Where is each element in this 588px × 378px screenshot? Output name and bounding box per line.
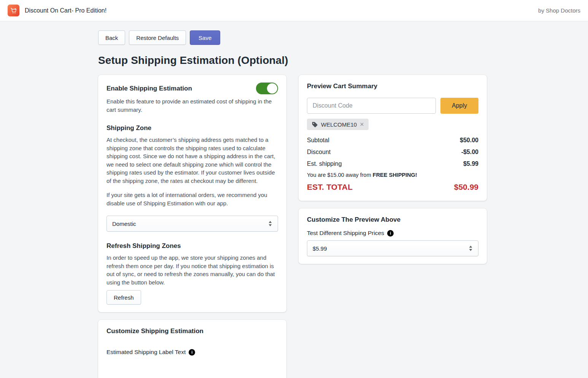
shipping-price-select[interactable]: $5.99 [307,240,478,256]
app-title: Discount On Cart- Pro Edition! [25,7,106,14]
estimated-shipping-label-text: Estimated Shipping Label Text [106,349,186,356]
preview-cart-summary-card: Preview Cart Summary Apply WELCOME10 × S [299,75,487,201]
cart-summary: Subtotal $50.00 Discount -$5.00 Est. shi… [307,137,478,193]
app-logo [8,5,19,16]
apply-button[interactable]: Apply [440,98,478,114]
customize-shipping-estimation-heading: Customize Shipping Estimation [106,327,278,335]
est-shipping-label: Est. shipping [307,160,342,167]
app-header: Discount On Cart- Pro Edition! by Shop D… [0,0,588,21]
est-shipping-row: Est. shipping $5.99 [307,160,478,167]
select-updown-icon [268,221,272,226]
enable-shipping-description: Enable this feature to provide an estima… [106,97,278,114]
customize-preview-card: Customize The Preview Above Test Differe… [299,208,487,264]
enable-shipping-card: Enable Shipping Estimation Enable this f… [98,75,286,312]
restore-defaults-button[interactable]: Restore Defaults [129,30,186,45]
info-icon[interactable]: i [387,230,394,237]
discount-value: -$5.00 [461,149,478,156]
page-content: Back Restore Defaults Save Setup Shippin… [98,21,487,378]
free-shipping-message: You are $15.00 away from FREE SHIPPING! [307,172,478,178]
customize-shipping-estimation-card: Customize Shipping Estimation Estimated … [98,320,286,378]
shipping-zone-paragraph-1: At checkout, the customer’s shipping add… [106,136,278,185]
select-updown-icon [469,246,473,251]
est-total-value: $50.99 [454,183,478,192]
test-shipping-prices-label: Test Different Shipping Prices [307,230,384,237]
save-button[interactable]: Save [190,30,220,45]
discount-row: Discount -$5.00 [307,149,478,156]
toolbar: Back Restore Defaults Save [98,30,487,45]
subtotal-label: Subtotal [307,137,329,144]
cart-icon [10,7,17,14]
info-icon[interactable]: i [189,349,195,356]
refresh-button[interactable]: Refresh [106,290,141,305]
refresh-zones-heading: Refresh Shipping Zones [106,242,278,250]
est-total-row: EST. TOTAL $50.99 [307,183,478,193]
discount-code-input[interactable] [307,98,436,114]
applied-discount-code: WELCOME10 [321,121,357,128]
right-column: Preview Cart Summary Apply WELCOME10 × S [299,75,487,264]
enable-shipping-heading: Enable Shipping Estimation [106,85,192,92]
enable-shipping-toggle[interactable] [256,83,278,94]
page-title: Setup Shipping Estimation (Optional) [98,54,487,67]
left-column: Enable Shipping Estimation Enable this f… [98,75,286,378]
shipping-zone-select[interactable]: Domestic [106,216,278,232]
est-total-label: EST. TOTAL [307,183,353,192]
shipping-zone-paragraph-2: If your site gets a lot of international… [106,191,278,207]
shipping-zone-select-value: Domestic [112,221,136,227]
toggle-knob [267,83,277,94]
applied-discount-tag: WELCOME10 × [307,119,369,130]
shipping-zone-heading: Shipping Zone [106,124,278,132]
free-shipping-highlight: FREE SHIPPING! [373,172,417,178]
tag-icon [311,121,318,128]
refresh-zones-description: In order to speed up the app, we store y… [106,254,278,286]
back-button[interactable]: Back [98,30,125,45]
est-shipping-value: $5.99 [463,160,478,167]
customize-preview-heading: Customize The Preview Above [307,216,478,224]
app-byline: by Shop Doctors [538,7,580,14]
subtotal-value: $50.00 [460,137,478,144]
subtotal-row: Subtotal $50.00 [307,137,478,144]
remove-discount-icon[interactable]: × [360,121,364,128]
preview-cart-summary-heading: Preview Cart Summary [307,83,478,90]
discount-label: Discount [307,149,331,156]
shipping-price-select-value: $5.99 [313,245,327,252]
